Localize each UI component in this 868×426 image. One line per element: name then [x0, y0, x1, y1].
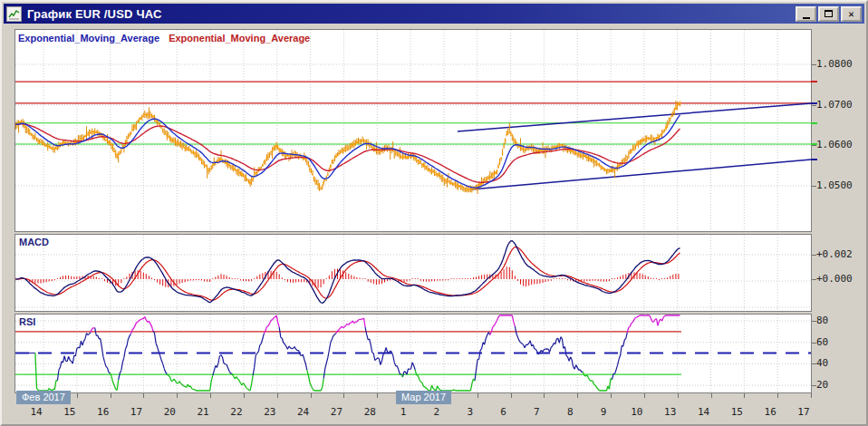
- x-axis-tick: [744, 393, 745, 398]
- close-icon: ✕: [848, 9, 854, 19]
- x-axis-label: 23: [255, 406, 285, 418]
- macd-panel[interactable]: MACD: [14, 234, 812, 312]
- rsi-axis-tick: [812, 343, 816, 344]
- candle-bodies: [16, 102, 680, 190]
- x-axis-tick: [777, 393, 778, 398]
- chart-window: График EUR /USD ЧАС ✕ Exponential_Moving…: [0, 0, 868, 426]
- price-axis-tick: [812, 105, 816, 106]
- macd-axis-label: +0.000: [816, 273, 863, 285]
- price-axis-label: 1.0600: [816, 139, 863, 150]
- x-axis-label: 10: [622, 406, 652, 418]
- rsi-axis-label: 60: [816, 336, 863, 348]
- x-axis-tick: [143, 393, 144, 398]
- macd-line: [16, 241, 680, 304]
- price-axis-tick: [812, 145, 816, 146]
- x-axis-label: 20: [154, 406, 185, 418]
- x-axis-label: 7: [521, 406, 552, 418]
- x-axis-tick: [343, 393, 344, 398]
- price-axis-label: 1.0700: [816, 99, 863, 111]
- x-axis-tick: [277, 393, 278, 398]
- rsi-axis-label: 20: [816, 379, 863, 391]
- x-axis-tick: [544, 393, 545, 398]
- rsi-panel[interactable]: RSI: [14, 314, 812, 393]
- x-axis-label: 15: [721, 406, 752, 418]
- x-axis-label: 15: [54, 406, 85, 418]
- rsi-axis-label: 80: [816, 315, 863, 326]
- maximize-button[interactable]: [818, 6, 839, 22]
- x-axis-tick: [711, 393, 712, 398]
- x-axis-label: 24: [288, 406, 319, 418]
- x-axis-label: 17: [121, 406, 151, 418]
- x-axis-label: 16: [88, 406, 119, 418]
- month-marker: Мар 2017: [396, 391, 451, 404]
- x-axis-label: 27: [321, 406, 352, 418]
- rsi-label: RSI: [19, 316, 35, 327]
- macd-label: MACD: [19, 237, 49, 247]
- x-axis-label: 16: [755, 406, 786, 418]
- ema-fast-legend-label: Exponential_Moving_Average: [18, 33, 159, 44]
- x-axis-tick: [244, 393, 245, 398]
- x-axis-tick: [311, 393, 312, 398]
- x-axis-tick: [644, 393, 645, 398]
- title-bar[interactable]: График EUR /USD ЧАС ✕: [4, 4, 864, 24]
- chart-icon: [6, 6, 22, 22]
- macd-axis-tick: [812, 255, 816, 256]
- x-axis-label: 17: [788, 406, 819, 418]
- maximize-icon: [825, 10, 833, 17]
- x-axis-label: 22: [221, 406, 252, 418]
- x-axis-tick: [577, 393, 578, 398]
- x-axis-label: 2: [421, 406, 452, 418]
- x-axis-label: 28: [354, 406, 385, 418]
- x-axis-tick: [177, 393, 178, 398]
- x-axis-label: 3: [455, 406, 486, 418]
- minimize-icon: [803, 17, 810, 19]
- x-axis-tick: [611, 393, 612, 398]
- x-axis-label: 21: [188, 406, 218, 418]
- x-axis-tick: [811, 393, 812, 398]
- indicator-legend: Exponential_Moving_Average Exponential_M…: [18, 33, 310, 44]
- x-axis-label: 6: [488, 406, 519, 418]
- macd-canvas[interactable]: [15, 235, 811, 311]
- x-axis-label: 9: [588, 406, 619, 418]
- x-axis-label: 13: [655, 406, 686, 418]
- price-axis-label: 1.0800: [816, 58, 863, 70]
- minimize-button[interactable]: [796, 6, 816, 22]
- macd-axis-tick: [812, 279, 816, 280]
- rsi-axis-tick: [812, 321, 816, 322]
- month-marker: Фев 2017: [16, 391, 71, 404]
- line-end-tick: [811, 81, 817, 82]
- ema-slow-legend-label: Exponential_Moving_Average: [169, 33, 310, 44]
- x-axis-tick: [511, 393, 512, 398]
- x-axis-tick: [678, 393, 679, 398]
- window-title: График EUR /USD ЧАС: [27, 7, 162, 21]
- macd-axis-label: +0.002: [816, 248, 863, 260]
- x-axis-tick: [210, 393, 211, 398]
- line-end-tick: [811, 122, 817, 124]
- x-axis-label: 1: [388, 406, 419, 418]
- price-axis-label: 1.0500: [816, 179, 863, 191]
- rsi-canvas[interactable]: [15, 315, 811, 392]
- rsi-axis-tick: [812, 385, 816, 386]
- price-chart-canvas[interactable]: [15, 30, 811, 231]
- x-axis-tick: [77, 393, 78, 398]
- x-axis-tick: [377, 393, 378, 398]
- x-axis-tick: [111, 393, 111, 398]
- window-controls: ✕: [796, 6, 862, 22]
- x-axis-label: 14: [21, 406, 52, 418]
- x-axis-tick: [477, 393, 478, 398]
- price-chart-panel[interactable]: Exponential_Moving_Average Exponential_M…: [14, 29, 812, 232]
- rsi-axis-label: 40: [816, 357, 863, 369]
- close-button[interactable]: ✕: [841, 6, 862, 22]
- line-end-tick: [811, 102, 817, 104]
- price-axis-tick: [812, 64, 816, 65]
- chart-icon-glyph: [8, 8, 20, 20]
- macd-histogram: [16, 266, 679, 287]
- line-end-tick: [811, 159, 817, 160]
- line-end-tick: [811, 143, 817, 145]
- price-axis-tick: [812, 186, 816, 187]
- trendline: [471, 160, 811, 189]
- rsi-axis-tick: [812, 363, 816, 364]
- x-axis-label: 14: [689, 406, 719, 418]
- x-axis-label: 8: [555, 406, 585, 418]
